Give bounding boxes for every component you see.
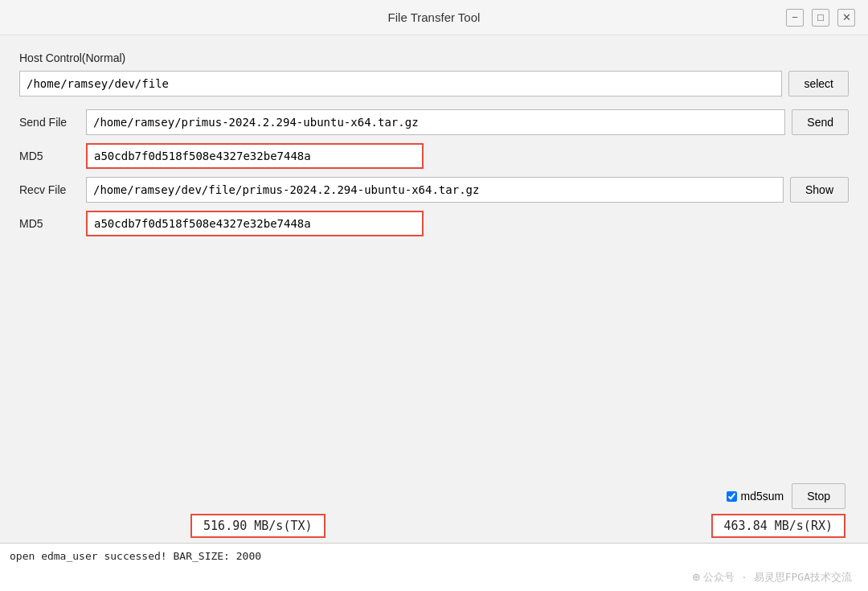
- stop-button[interactable]: Stop: [792, 483, 845, 509]
- recv-file-label: Recv File: [19, 183, 80, 196]
- send-file-label: Send File: [19, 116, 80, 129]
- recv-md5-row: MD5: [19, 211, 849, 236]
- log-message: open edma_user successed! BAR_SIZE: 2000: [10, 550, 261, 562]
- recv-md5-label: MD5: [19, 217, 80, 230]
- window-title: File Transfer Tool: [388, 10, 481, 24]
- wechat-icon: ⊕: [693, 569, 701, 585]
- watermark-text: 公众号 · 易灵思FPGA技术交流: [703, 570, 852, 585]
- bottom-section: md5sum Stop 516.90 MB/s(TX) 463.84 MB/s(…: [19, 483, 849, 543]
- log-area: open edma_user successed! BAR_SIZE: 2000…: [0, 543, 868, 591]
- host-path-input[interactable]: [19, 71, 782, 96]
- window-controls: − □ ✕: [786, 9, 855, 27]
- recv-file-row: Recv File Show: [19, 177, 849, 203]
- middle-area: [19, 244, 849, 483]
- watermark: ⊕ 公众号 · 易灵思FPGA技术交流: [693, 569, 852, 585]
- send-md5-input[interactable]: [86, 143, 424, 169]
- send-file-input[interactable]: [86, 109, 785, 135]
- title-bar: File Transfer Tool − □ ✕: [0, 0, 868, 35]
- send-md5-label: MD5: [19, 150, 80, 162]
- minimize-button[interactable]: −: [786, 9, 804, 27]
- tx-speed-display: 516.90 MB/s(TX): [190, 514, 325, 538]
- send-file-row: Send File Send: [19, 109, 849, 135]
- send-md5-row: MD5: [19, 143, 849, 169]
- main-content: Host Control(Normal) select Send File Se…: [0, 35, 868, 543]
- recv-md5-input[interactable]: [86, 211, 424, 236]
- maximize-button[interactable]: □: [812, 9, 829, 27]
- speed-display-row: 516.90 MB/s(TX) 463.84 MB/s(RX): [19, 514, 849, 538]
- show-button[interactable]: Show: [790, 177, 849, 203]
- rx-speed-display: 463.84 MB/s(RX): [711, 514, 845, 538]
- send-button[interactable]: Send: [792, 109, 849, 135]
- host-control-label: Host Control(Normal): [19, 51, 849, 64]
- close-button[interactable]: ✕: [837, 9, 855, 27]
- md5sum-label[interactable]: md5sum: [741, 490, 784, 503]
- speed-controls-row: md5sum Stop: [19, 483, 849, 509]
- md5sum-checkbox-area: md5sum: [727, 490, 784, 503]
- recv-file-input[interactable]: [86, 177, 784, 203]
- select-button[interactable]: select: [788, 71, 849, 96]
- md5sum-checkbox[interactable]: [727, 491, 737, 502]
- host-control-row: select: [19, 71, 849, 96]
